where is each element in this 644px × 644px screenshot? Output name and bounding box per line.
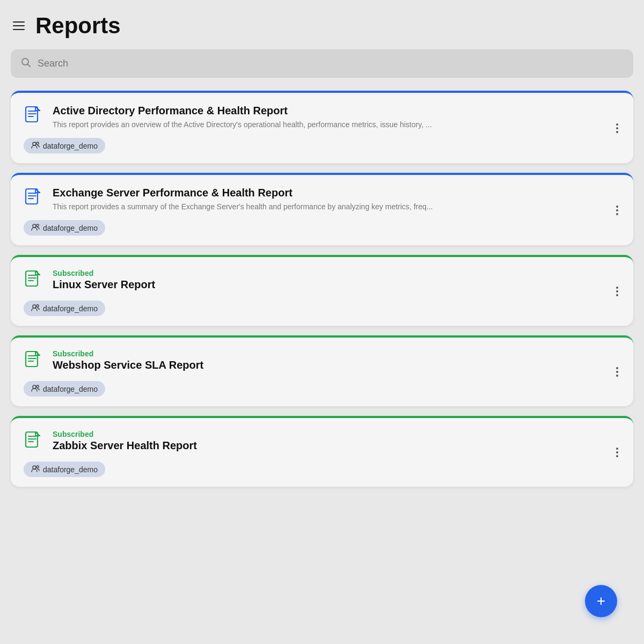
report-content: Subscribed Webshop Service SLA Report bbox=[53, 349, 620, 374]
svg-line-1 bbox=[28, 64, 31, 67]
report-content: Exchange Server Performance & Health Rep… bbox=[53, 187, 620, 213]
report-card-inner: Subscribed Zabbix Server Health Report bbox=[24, 430, 620, 454]
add-report-button[interactable]: + bbox=[585, 585, 617, 617]
report-title: Webshop Service SLA Report bbox=[53, 359, 620, 371]
svg-point-7 bbox=[36, 224, 39, 226]
svg-point-9 bbox=[33, 305, 36, 308]
report-card-exchange-server[interactable]: Exchange Server Performance & Health Rep… bbox=[11, 173, 633, 245]
report-card-inner: Active Directory Performance & Health Re… bbox=[24, 105, 620, 130]
document-icon bbox=[24, 270, 43, 291]
report-title: Zabbix Server Health Report bbox=[53, 440, 620, 452]
tag-row: dataforge_demo bbox=[24, 462, 620, 477]
document-icon bbox=[24, 431, 43, 452]
more-options-button[interactable] bbox=[612, 445, 623, 459]
tag-row: dataforge_demo bbox=[24, 381, 620, 397]
svg-point-4 bbox=[36, 142, 39, 144]
tag-row: dataforge_demo bbox=[24, 220, 620, 236]
page-title: Reports bbox=[35, 13, 121, 39]
report-card-inner: Exchange Server Performance & Health Rep… bbox=[24, 187, 620, 213]
tag-badge: dataforge_demo bbox=[24, 220, 105, 236]
group-icon bbox=[31, 141, 40, 150]
tag-badge: dataforge_demo bbox=[24, 301, 105, 316]
more-options-button[interactable] bbox=[612, 284, 623, 298]
more-options-button[interactable] bbox=[612, 365, 623, 379]
svg-point-12 bbox=[33, 385, 36, 389]
tag-row: dataforge_demo bbox=[24, 138, 620, 153]
report-card-zabbix-server[interactable]: Subscribed Zabbix Server Health Report bbox=[11, 416, 633, 487]
report-card-inner: Subscribed Webshop Service SLA Report bbox=[24, 349, 620, 374]
svg-point-16 bbox=[36, 466, 39, 468]
svg-point-10 bbox=[36, 305, 39, 307]
report-description: This report provides an overview of the … bbox=[53, 119, 620, 130]
group-icon bbox=[31, 304, 40, 313]
report-title: Active Directory Performance & Health Re… bbox=[53, 105, 620, 117]
page-header: Reports bbox=[11, 13, 633, 39]
svg-point-3 bbox=[33, 142, 36, 145]
report-title: Exchange Server Performance & Health Rep… bbox=[53, 187, 620, 199]
search-icon bbox=[20, 57, 31, 70]
more-options-button[interactable] bbox=[612, 121, 623, 135]
group-icon bbox=[31, 465, 40, 474]
document-icon bbox=[24, 106, 43, 127]
report-content: Active Directory Performance & Health Re… bbox=[53, 105, 620, 130]
report-card-linux-server[interactable]: Subscribed Linux Server Report bbox=[11, 255, 633, 326]
tag-row: dataforge_demo bbox=[24, 301, 620, 316]
group-icon bbox=[31, 223, 40, 232]
subscribed-label: Subscribed bbox=[53, 430, 620, 438]
report-card-inner: Subscribed Linux Server Report bbox=[24, 269, 620, 293]
subscribed-label: Subscribed bbox=[53, 269, 620, 277]
svg-point-13 bbox=[36, 385, 39, 387]
menu-icon[interactable] bbox=[11, 19, 27, 32]
svg-point-15 bbox=[33, 466, 36, 469]
report-card-active-directory[interactable]: Active Directory Performance & Health Re… bbox=[11, 91, 633, 163]
report-card-webshop-sla[interactable]: Subscribed Webshop Service SLA Report bbox=[11, 335, 633, 406]
search-input[interactable] bbox=[38, 58, 624, 69]
more-options-button[interactable] bbox=[612, 203, 623, 217]
report-content: Subscribed Zabbix Server Health Report bbox=[53, 430, 620, 454]
report-title: Linux Server Report bbox=[53, 279, 620, 291]
tag-badge: dataforge_demo bbox=[24, 462, 105, 477]
report-content: Subscribed Linux Server Report bbox=[53, 269, 620, 293]
tag-badge: dataforge_demo bbox=[24, 381, 105, 397]
search-bar bbox=[11, 49, 633, 78]
document-icon bbox=[24, 188, 43, 209]
tag-badge: dataforge_demo bbox=[24, 138, 105, 153]
svg-point-6 bbox=[33, 224, 36, 228]
subscribed-label: Subscribed bbox=[53, 349, 620, 358]
report-description: This report provides a summary of the Ex… bbox=[53, 201, 620, 213]
document-icon bbox=[24, 350, 43, 372]
group-icon bbox=[31, 384, 40, 393]
reports-list: Active Directory Performance & Health Re… bbox=[11, 91, 633, 487]
